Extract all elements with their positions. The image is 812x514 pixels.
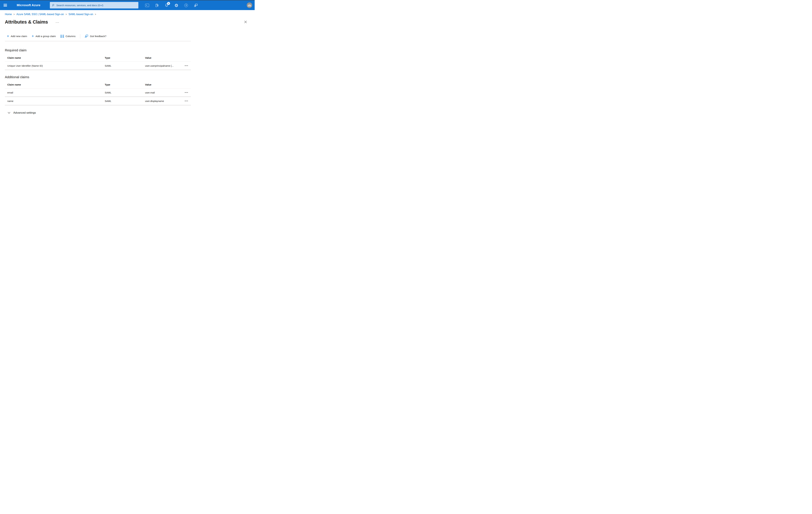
ellipsis-dot xyxy=(186,92,186,93)
breadcrumb-separator: > xyxy=(65,13,67,16)
feedback-button[interactable] xyxy=(193,2,199,9)
column-header-claim-name: Claim name xyxy=(7,56,105,59)
type-cell: SAML xyxy=(105,64,145,67)
ellipsis-dot xyxy=(185,92,185,93)
brand-title[interactable]: Microsoft Azure xyxy=(17,3,40,7)
bell-wrap: 6 xyxy=(165,3,169,8)
columns-icon-bar xyxy=(62,36,64,36)
plus-icon: + xyxy=(7,35,9,37)
ellipsis-dot xyxy=(187,92,188,93)
columns-icon-bar xyxy=(60,35,62,35)
row-menu-button[interactable] xyxy=(182,64,191,67)
claim-name-cell: name xyxy=(7,100,105,102)
search-icon xyxy=(52,4,55,7)
plus-icon: + xyxy=(32,35,34,37)
columns-label: Columns xyxy=(66,35,76,38)
breadcrumb-app-link[interactable]: Azure SAML SSO | SAML-based Sign-on xyxy=(17,13,64,16)
got-feedback-icon xyxy=(85,34,88,38)
type-cell: SAML xyxy=(105,100,145,102)
cloud-shell-button[interactable]: >_ xyxy=(144,2,150,9)
columns-icon-bar xyxy=(62,37,64,37)
additional-claims-heading: Additional claims xyxy=(5,75,250,79)
value-cell: user.mail xyxy=(145,91,182,94)
ellipsis-dot xyxy=(187,101,188,101)
columns-icon-bar xyxy=(62,35,64,35)
breadcrumb-home-link[interactable]: Home xyxy=(5,13,12,16)
columns-button[interactable]: Columns xyxy=(60,35,76,38)
hamburger-icon xyxy=(4,6,7,6)
got-feedback-label: Got feedback? xyxy=(90,35,106,38)
breadcrumb-separator: > xyxy=(95,13,96,16)
toolbar-divider xyxy=(80,34,80,38)
advanced-settings-label: Advanced settings xyxy=(13,111,36,114)
table-row: Unique User Identifier (Name ID) SAML us… xyxy=(5,62,191,70)
help-icon: ? xyxy=(184,4,188,7)
breadcrumb: Home > Azure SAML SSO | SAML-based Sign-… xyxy=(5,10,250,16)
main-content: Home > Azure SAML SSO | SAML-based Sign-… xyxy=(0,10,255,114)
got-feedback-button[interactable]: Got feedback? xyxy=(85,34,106,38)
search-input[interactable] xyxy=(56,4,137,7)
account-avatar[interactable] xyxy=(247,2,252,8)
command-bar: + Add new claim + Add a group claim Colu… xyxy=(5,33,250,39)
breadcrumb-signon-link[interactable]: SAML-based Sign-on xyxy=(68,13,93,16)
add-group-claim-button[interactable]: + Add a group claim xyxy=(32,35,56,38)
table-header-row: Claim name Type Value xyxy=(5,81,191,88)
gear-icon: ⚙ xyxy=(174,3,178,8)
column-header-value: Value xyxy=(145,56,182,59)
help-button[interactable]: ? xyxy=(183,2,190,9)
cloud-shell-glyph: >_ xyxy=(146,4,148,6)
value-cell: user.userprincipalname [... xyxy=(145,64,182,67)
columns-icon xyxy=(60,35,64,37)
columns-icon-bar xyxy=(60,36,62,36)
additional-claims-table: Claim name Type Value email SAML user.ma… xyxy=(5,81,191,105)
type-cell: SAML xyxy=(105,91,145,94)
directory-filter-button[interactable] xyxy=(154,2,160,9)
column-header-type: Type xyxy=(105,83,145,86)
ellipsis-dot xyxy=(185,101,185,101)
close-icon xyxy=(244,20,247,24)
azure-topbar: Microsoft Azure >_ 6 ⚙ xyxy=(0,0,255,10)
directory-filter-icon xyxy=(155,4,159,7)
required-claim-table: Claim name Type Value Unique User Identi… xyxy=(5,54,191,70)
hamburger-icon xyxy=(4,4,7,4)
add-new-claim-button[interactable]: + Add new claim xyxy=(7,35,27,38)
hamburger-menu-button[interactable] xyxy=(2,3,8,8)
title-context-menu-button[interactable]: ··· xyxy=(55,22,60,24)
cloud-shell-icon: >_ xyxy=(145,4,149,7)
row-menu-button[interactable] xyxy=(182,91,191,94)
avatar-shoulders-shape xyxy=(248,4,251,6)
chevron-down-icon xyxy=(8,112,10,114)
table-row: email SAML user.mail xyxy=(5,88,191,97)
page-title: Attributes & Claims xyxy=(5,19,48,25)
notification-badge: 6 xyxy=(167,2,170,5)
columns-icon-bar xyxy=(60,37,62,37)
hamburger-icon xyxy=(4,5,7,5)
ellipsis-dot xyxy=(186,101,186,101)
breadcrumb-separator: > xyxy=(13,13,15,16)
ellipsis-icon: ··· xyxy=(56,21,59,24)
table-header-row: Claim name Type Value xyxy=(5,54,191,62)
value-cell: user.displayname xyxy=(145,100,182,102)
table-row: name SAML user.displayname xyxy=(5,97,191,105)
help-glyph: ? xyxy=(185,4,187,6)
ellipsis-dot xyxy=(186,65,186,66)
page-title-row: Attributes & Claims ··· xyxy=(5,18,250,26)
column-header-value: Value xyxy=(145,83,182,86)
add-group-claim-label: Add a group claim xyxy=(35,35,56,38)
claim-name-cell: email xyxy=(7,91,105,94)
global-search-box[interactable] xyxy=(50,2,138,8)
advanced-settings-toggle[interactable]: Advanced settings xyxy=(5,111,36,114)
settings-button[interactable]: ⚙ xyxy=(173,2,180,9)
ellipsis-dot xyxy=(185,65,185,66)
close-button[interactable] xyxy=(243,20,248,24)
command-bar-divider xyxy=(5,41,191,41)
column-header-type: Type xyxy=(105,56,145,59)
row-menu-button[interactable] xyxy=(182,100,191,102)
feedback-icon xyxy=(194,4,198,7)
claim-name-cell: Unique User Identifier (Name ID) xyxy=(7,64,105,67)
notifications-button[interactable]: 6 xyxy=(163,2,170,9)
required-claim-heading: Required claim xyxy=(5,49,250,52)
ellipsis-dot xyxy=(187,65,188,66)
add-new-claim-label: Add new claim xyxy=(11,35,27,38)
column-header-claim-name: Claim name xyxy=(7,83,105,86)
